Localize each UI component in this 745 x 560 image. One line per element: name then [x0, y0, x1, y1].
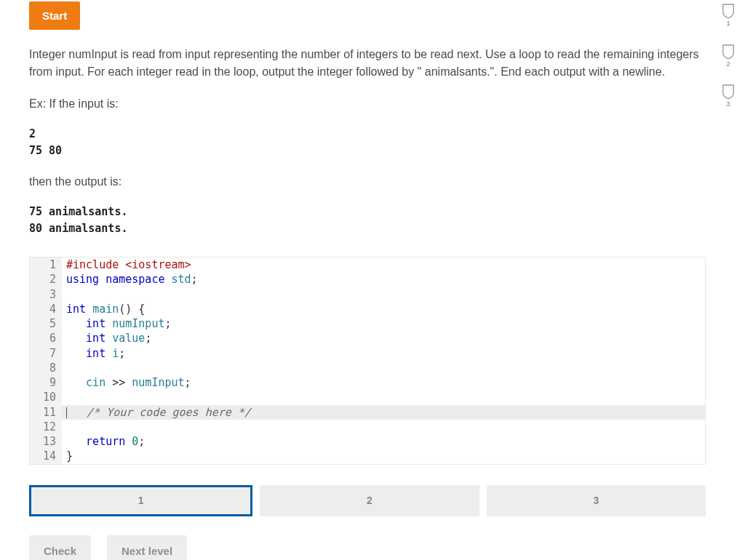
- shield-icon: 2: [722, 44, 735, 70]
- code-content[interactable]: /* Your code goes here */: [62, 405, 705, 420]
- code-content[interactable]: int main() {: [62, 302, 705, 316]
- line-number: 9: [30, 375, 62, 390]
- example-prefix: Ex: If the input is:: [29, 95, 706, 113]
- level-tab-1[interactable]: 1: [29, 485, 252, 516]
- line-number: 2: [30, 272, 62, 287]
- line-number: 11: [30, 405, 62, 420]
- code-content[interactable]: int i;: [62, 346, 705, 361]
- code-content[interactable]: }: [62, 449, 705, 463]
- code-content[interactable]: int value;: [62, 331, 705, 345]
- shield-icon: 1: [722, 3, 735, 29]
- code-line[interactable]: 1#include <iostream>: [30, 257, 705, 272]
- code-content[interactable]: [62, 287, 705, 302]
- line-number: 14: [30, 449, 62, 463]
- line-number: 7: [30, 346, 62, 361]
- shield-icon: 3: [722, 84, 735, 110]
- line-number: 4: [30, 302, 62, 316]
- code-line[interactable]: 7 int i;: [30, 346, 705, 361]
- code-line[interactable]: 5 int numInput;: [30, 316, 705, 331]
- line-number: 6: [30, 331, 62, 345]
- code-content[interactable]: #include <iostream>: [62, 257, 705, 272]
- code-line[interactable]: 10: [30, 390, 705, 404]
- check-button[interactable]: Check: [29, 535, 91, 561]
- line-number: 1: [30, 257, 62, 272]
- code-content[interactable]: using namespace std;: [62, 272, 705, 287]
- line-number: 5: [30, 316, 62, 331]
- start-button[interactable]: Start: [29, 1, 80, 30]
- code-line[interactable]: 8: [30, 361, 705, 375]
- line-number: 10: [30, 390, 62, 404]
- example-mid: then the output is:: [29, 173, 706, 191]
- code-content[interactable]: [62, 361, 705, 375]
- code-line[interactable]: 6 int value;: [30, 331, 705, 345]
- code-line[interactable]: 13 return 0;: [30, 434, 705, 449]
- line-number: 8: [30, 361, 62, 375]
- code-line[interactable]: 11 /* Your code goes here */: [30, 405, 705, 420]
- code-editor[interactable]: 1#include <iostream>2using namespace std…: [29, 257, 706, 465]
- level-tab-3[interactable]: 3: [487, 485, 706, 516]
- code-line[interactable]: 3: [30, 287, 705, 302]
- line-number: 12: [30, 420, 62, 434]
- code-content[interactable]: [62, 390, 705, 404]
- progress-shields: 123: [722, 3, 735, 110]
- code-content[interactable]: return 0;: [62, 434, 705, 449]
- line-number: 13: [30, 434, 62, 449]
- code-line[interactable]: 9 cin >> numInput;: [30, 375, 705, 390]
- code-content[interactable]: int numInput;: [62, 316, 705, 331]
- line-number: 3: [30, 287, 62, 302]
- code-line[interactable]: 14}: [30, 449, 705, 463]
- code-line[interactable]: 2using namespace std;: [30, 272, 705, 287]
- next-level-button[interactable]: Next level: [107, 535, 187, 561]
- code-content[interactable]: cin >> numInput;: [62, 375, 705, 390]
- code-content[interactable]: [62, 420, 705, 434]
- example-input: 2 75 80: [29, 126, 706, 159]
- code-line[interactable]: 12: [30, 420, 705, 434]
- code-line[interactable]: 4int main() {: [30, 302, 705, 316]
- level-tabs: 123: [29, 485, 706, 516]
- example-output: 75 animalsants. 80 animalsants.: [29, 204, 706, 236]
- problem-description: Integer numInput is read from input repr…: [29, 46, 706, 81]
- level-tab-2[interactable]: 2: [260, 485, 479, 516]
